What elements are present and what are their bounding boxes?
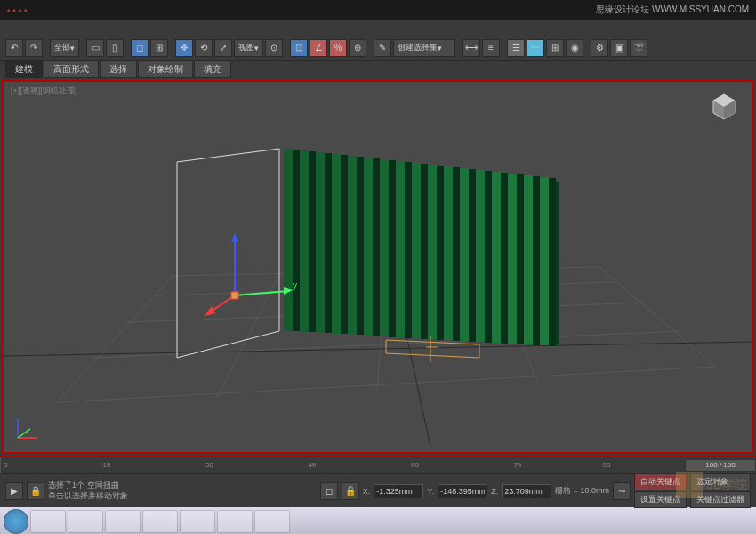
task-item[interactable]	[105, 510, 141, 533]
lock-selection-button[interactable]: 🔒	[27, 482, 44, 500]
coord-x-input[interactable]	[374, 484, 423, 498]
maxscript-button[interactable]: ▶	[5, 482, 23, 500]
svg-rect-44	[508, 174, 517, 344]
svg-line-13	[4, 342, 752, 356]
svg-rect-28	[380, 159, 389, 336]
rotate-button[interactable]: ⟲	[195, 39, 213, 57]
select-rect-button[interactable]: ◻	[131, 39, 149, 57]
svg-marker-58	[205, 306, 215, 316]
svg-rect-36	[444, 166, 453, 340]
start-button[interactable]	[4, 509, 28, 534]
svg-rect-32	[412, 163, 421, 338]
status-message: 选择了1个 空间扭曲单击以选择并移动对象	[48, 481, 128, 501]
tab-selection[interactable]: 选择	[100, 61, 137, 78]
percent-snap-button[interactable]: %	[329, 39, 347, 57]
svg-rect-47	[533, 176, 540, 345]
svg-rect-29	[389, 160, 396, 337]
curtain-object	[284, 149, 559, 346]
select-object-button[interactable]: ▭	[86, 39, 104, 57]
svg-rect-40	[476, 170, 485, 342]
tab-object-paint[interactable]: 对象绘制	[138, 61, 193, 78]
svg-rect-37	[453, 167, 460, 341]
schematic-button[interactable]: ⊞	[546, 39, 564, 57]
svg-rect-22	[332, 154, 341, 334]
svg-line-12	[599, 267, 715, 367]
angle-snap-button[interactable]: ∠	[310, 39, 327, 57]
svg-rect-35	[437, 166, 444, 340]
coord-y-label: Y:	[427, 487, 434, 496]
svg-rect-20	[316, 152, 325, 333]
selection-filter-dropdown[interactable]: 全部 ▾	[50, 39, 79, 57]
svg-rect-23	[341, 155, 348, 334]
move-button[interactable]: ✥	[175, 39, 193, 57]
window-crossing-button[interactable]: ⊞	[150, 39, 168, 57]
svg-rect-34	[428, 165, 437, 339]
coord-z-input[interactable]	[502, 484, 551, 498]
undo-button[interactable]: ↶	[5, 39, 23, 57]
svg-rect-27	[373, 158, 380, 336]
tab-modeling[interactable]: 建模	[5, 61, 43, 78]
viewcube[interactable]	[708, 91, 740, 123]
viewport-container: [+][透视][明暗处理]	[2, 80, 754, 454]
spinner-snap-button[interactable]: ⊕	[349, 39, 366, 57]
watermark-top-left: ▪ ▪ ▪ ▪	[7, 5, 28, 15]
svg-rect-48	[540, 177, 549, 345]
ref-coord-dropdown[interactable]: 视图 ▾	[234, 39, 263, 57]
svg-rect-16	[284, 149, 293, 331]
timeline-ruler[interactable]: 0 15 30 45 60 75 90	[0, 457, 685, 473]
svg-rect-38	[460, 168, 469, 341]
align-button[interactable]: ≡	[482, 39, 500, 57]
edit-selection-set-button[interactable]: ✎	[374, 39, 391, 57]
material-editor-button[interactable]: ◉	[566, 39, 583, 57]
wire-plane	[177, 149, 279, 358]
coord-x-label: X:	[363, 487, 371, 496]
render-frame-button[interactable]: ▣	[610, 39, 628, 57]
tab-populate[interactable]: 填充	[194, 61, 231, 78]
coord-y-input[interactable]	[438, 484, 487, 498]
select-name-button[interactable]: ▯	[106, 39, 124, 57]
task-item[interactable]	[142, 510, 178, 533]
watermark-top-right: 思缘设计论坛 WWW.MISSYUAN.COM	[596, 4, 749, 16]
svg-text:y: y	[293, 280, 297, 290]
coord-z-label: Z:	[491, 487, 498, 496]
task-item[interactable]	[180, 510, 215, 533]
svg-rect-21	[325, 153, 332, 333]
time-slider-indicator[interactable]: 100 / 100	[685, 459, 756, 472]
curve-editor-button[interactable]: 〰	[527, 39, 544, 57]
svg-rect-42	[492, 172, 501, 343]
render-setup-button[interactable]: ⚙	[591, 39, 608, 57]
svg-rect-25	[357, 157, 364, 335]
svg-marker-53	[231, 233, 238, 242]
windows-taskbar[interactable]	[0, 507, 756, 534]
task-item[interactable]	[217, 510, 253, 533]
named-selection-dropdown[interactable]: 创建选择集 ▾	[393, 39, 455, 57]
tab-freeform[interactable]: 高面形式	[44, 61, 99, 78]
snap-toggle-button[interactable]: ⊡	[290, 39, 308, 57]
svg-rect-19	[309, 151, 316, 332]
scale-button[interactable]: ⤢	[214, 39, 232, 57]
mirror-button[interactable]: ⟷	[462, 39, 480, 57]
grid-label: 栅格 = 10.0mm	[555, 485, 609, 497]
task-item[interactable]	[254, 510, 290, 533]
ribbon-tabs: 建模 高面形式 选择 对象绘制 填充	[0, 61, 756, 78]
layer-button[interactable]: ☰	[507, 39, 525, 57]
isolate-button[interactable]: ◻	[320, 482, 338, 500]
svg-line-8	[57, 276, 173, 402]
svg-rect-49	[549, 178, 556, 346]
svg-rect-59	[231, 292, 238, 299]
svg-line-3	[57, 367, 715, 402]
pivot-button[interactable]: ⊙	[265, 39, 283, 57]
render-button[interactable]: 🎬	[630, 39, 647, 57]
task-item[interactable]	[30, 510, 66, 533]
selection-lock-toggle[interactable]: 🔓	[342, 482, 359, 500]
perspective-viewport[interactable]: y	[4, 82, 752, 452]
redo-button[interactable]: ↷	[25, 39, 43, 57]
svg-rect-46	[524, 175, 533, 344]
key-mode-button[interactable]: ⊸	[613, 482, 631, 500]
viewport-label[interactable]: [+][透视][明暗处理]	[11, 85, 76, 97]
task-item[interactable]	[68, 510, 103, 533]
svg-rect-31	[405, 162, 412, 338]
svg-line-62	[18, 429, 30, 438]
timeline[interactable]: 0 15 30 45 60 75 90 100 / 100	[0, 456, 756, 473]
svg-rect-26	[364, 158, 373, 336]
